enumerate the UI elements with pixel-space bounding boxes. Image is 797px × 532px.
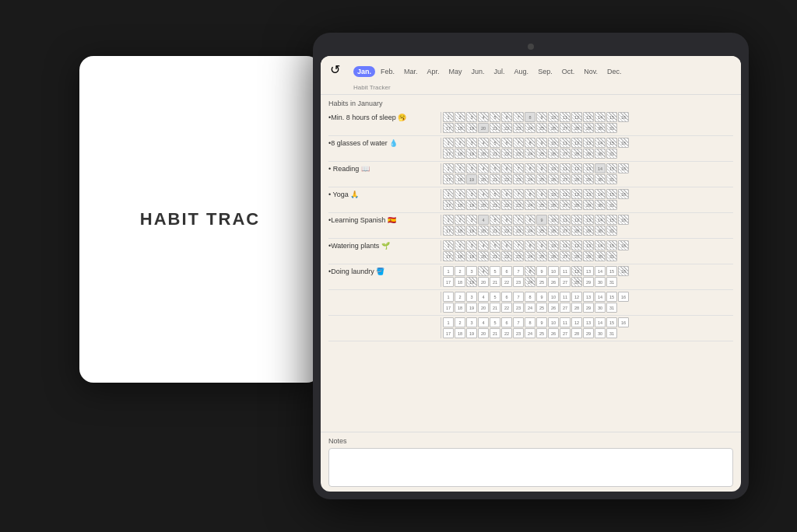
notes-section: Notes [321,432,741,492]
app-header: ↺ Jan. Feb. Mar. Apr. May Jun. Jul. Aug.… [321,56,741,95]
habit-cal-water: 12345678910111213141516 1718192021222324… [443,138,733,159]
habit-cal-empty2: 12345678910111213141516 1718192021222324… [443,317,733,338]
habit-name-plants: •Watering plants 🌱 [328,240,441,261]
habit-name-laundry: •Doing laundry 🪣 [328,266,441,287]
back-tablet-title: HABIT TRAC [140,209,260,229]
app-subtitle: Habit Tracker [353,84,732,91]
habit-name-reading: • Reading 📖 [328,163,441,184]
section-title: Habits in January [328,100,733,107]
month-tab-jun[interactable]: Jun. [468,66,489,77]
habit-cal-empty1: 12345678910111213141516 1718192021222324… [443,292,733,313]
month-tab-may[interactable]: May [445,66,466,77]
month-tab-nov[interactable]: Nov. [580,66,602,77]
habit-row-plants: •Watering plants 🌱 123456789101112131415… [328,240,733,261]
habit-row-spanish: •Learning Spanish 🇪🇸 1234567891011121314… [328,215,733,236]
habit-name-spanish: •Learning Spanish 🇪🇸 [328,215,441,236]
app-content: Habits in January •Min. 8 hours of sleep… [321,95,741,432]
app-icon: ↺ [330,62,349,81]
month-tab-dec[interactable]: Dec. [603,66,626,77]
habit-row-sleep: •Min. 8 hours of sleep 🥱 123456789101112… [328,112,733,133]
tablet-screen: ↺ Jan. Feb. Mar. Apr. May Jun. Jul. Aug.… [321,56,741,492]
habit-row-reading: • Reading 📖 12345678910111213141516 1718… [328,163,733,184]
month-tab-aug[interactable]: Aug. [511,66,533,77]
month-tab-mar[interactable]: Mar. [400,66,422,77]
habit-row-empty2: 12345678910111213141516 1718192021222324… [328,317,733,338]
habit-cal-spanish: 12345678910111213141516 1718192021222324… [443,215,733,236]
month-tabs: Jan. Feb. Mar. Apr. May Jun. Jul. Aug. S… [353,66,626,77]
habit-cal-yoga: 12345678910111213141516 1718192021222324… [443,189,733,210]
month-tab-jan[interactable]: Jan. [353,66,375,77]
month-tab-feb[interactable]: Feb. [377,66,398,77]
header-top: ↺ Jan. Feb. Mar. Apr. May Jun. Jul. Aug.… [330,62,732,81]
habit-name-empty2 [328,317,441,338]
habit-name-empty1 [328,292,441,313]
month-tab-jul[interactable]: Jul. [490,66,509,77]
notes-box[interactable] [328,448,733,487]
back-tablet: HABIT TRAC [79,56,321,383]
habit-name-water: •8 glasses of water 💧 [328,138,441,159]
habit-row-laundry: •Doing laundry 🪣 12345678910111213141516… [328,266,733,287]
notes-title: Notes [328,437,733,445]
scene: HABIT TRAC ↺ Jan. Feb. Mar. Apr. May Jun… [48,25,749,507]
habit-name-yoga: • Yoga 🙏 [328,189,441,210]
front-tablet: ↺ Jan. Feb. Mar. Apr. May Jun. Jul. Aug.… [313,33,749,499]
month-tab-sep[interactable]: Sep. [534,66,556,77]
habit-name-sleep: •Min. 8 hours of sleep 🥱 [328,112,441,133]
camera [528,44,534,50]
month-tab-oct[interactable]: Oct. [558,66,579,77]
habit-row-water: •8 glasses of water 💧 123456789101112131… [328,138,733,159]
habit-cal-plants: 12345678910111213141516 1718192021222324… [443,240,733,261]
habit-row-yoga: • Yoga 🙏 12345678910111213141516 1718192… [328,189,733,210]
month-tab-apr[interactable]: Apr. [423,66,444,77]
habit-row-empty1: 12345678910111213141516 1718192021222324… [328,292,733,313]
habit-cal-reading: 12345678910111213141516 1718192021222324… [443,163,733,184]
habit-cal-laundry: 12345678910111213141516 1718192021222324… [443,266,733,287]
habit-cal-sleep: 12345678910111213141516 1718192021222324… [443,112,733,133]
